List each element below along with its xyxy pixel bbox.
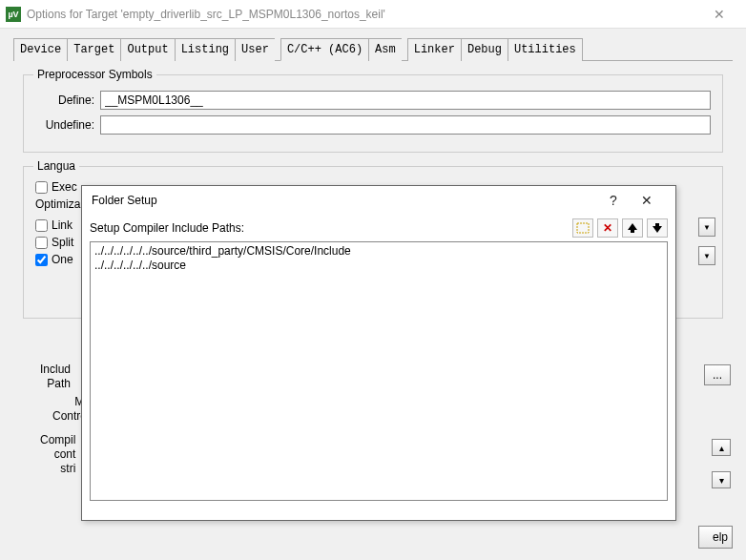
app-icon: µV [6, 7, 21, 22]
include-paths-list[interactable]: ../../../../../../source/third_party/CMS… [90, 241, 668, 501]
tab-asm[interactable]: Asm [368, 38, 402, 61]
list-item[interactable]: ../../../../../../source [93, 259, 665, 273]
one-label: One [52, 253, 73, 266]
compiler-control-labels: Compil cont stri [40, 433, 75, 476]
split-checkbox[interactable] [35, 237, 48, 249]
delete-path-button[interactable]: ✕ [597, 218, 618, 238]
move-up-button[interactable] [622, 218, 643, 238]
one-checkbox[interactable] [35, 254, 48, 266]
link-checkbox[interactable] [35, 219, 48, 232]
dialog-title: Folder Setup [92, 194, 599, 207]
tab-user[interactable]: User [235, 38, 275, 61]
include-browse-button[interactable]: ... [704, 364, 731, 385]
arrow-up-icon [627, 222, 638, 234]
move-down-button[interactable] [647, 218, 668, 238]
new-icon [576, 222, 590, 234]
exec-checkbox[interactable] [35, 181, 48, 194]
group-legend-lang: Langua [33, 159, 79, 173]
dialog-help-button[interactable]: ? [599, 193, 628, 208]
scroll-down-button[interactable]: ▾ [712, 471, 731, 488]
arrow-down-icon [652, 222, 663, 234]
exec-label: Exec [52, 180, 77, 194]
tabs: Device Target Output Listing User C/C++ … [13, 38, 733, 61]
tab-c-cpp[interactable]: C/C++ (AC6) [280, 38, 368, 61]
dropdown-arrow-1[interactable]: ▼ [698, 218, 715, 237]
undefine-input[interactable] [100, 115, 711, 135]
scroll-up-button[interactable]: ▴ [712, 439, 731, 456]
dialog-close-button[interactable]: ✕ [628, 193, 666, 208]
tab-debug[interactable]: Debug [461, 38, 508, 61]
include-path-labels: Includ Path [40, 363, 71, 391]
list-item[interactable]: ../../../../../../source/third_party/CMS… [93, 244, 665, 259]
tab-device[interactable]: Device [13, 38, 67, 61]
window-close-button[interactable]: ✕ [697, 0, 740, 29]
new-path-button[interactable] [572, 218, 593, 238]
help-button-fragment[interactable]: elp [698, 526, 733, 549]
dropdown-arrow-2[interactable]: ▼ [698, 246, 715, 265]
tab-linker[interactable]: Linker [407, 38, 461, 61]
folder-setup-dialog: Folder Setup ? ✕ Setup Compiler Include … [81, 185, 676, 521]
define-input[interactable] [100, 91, 711, 110]
undefine-label: Undefine: [35, 118, 100, 132]
toolbar-label: Setup Compiler Include Paths: [90, 221, 569, 235]
group-legend: Preprocessor Symbols [33, 68, 156, 81]
tab-listing[interactable]: Listing [175, 38, 235, 61]
optim-label: Optimiza [35, 197, 80, 211]
define-label: Define: [35, 93, 100, 107]
tab-output[interactable]: Output [120, 38, 174, 61]
tab-utilities[interactable]: Utilities [508, 38, 583, 61]
link-label: Link [52, 218, 73, 232]
group-preprocessor: Preprocessor Symbols Define: Undefine: [23, 74, 723, 153]
window-title: Options for Target 'empty_driverlib_src_… [27, 8, 697, 21]
split-label: Split [52, 236, 73, 249]
tab-target[interactable]: Target [67, 38, 120, 61]
svg-rect-0 [577, 223, 589, 233]
